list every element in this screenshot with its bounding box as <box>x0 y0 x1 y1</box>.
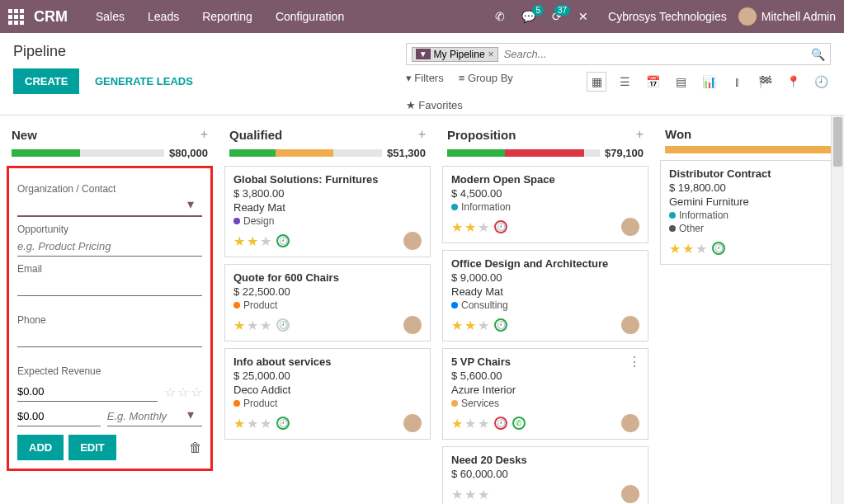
priority-stars[interactable]: ★★★🕘 <box>451 219 507 235</box>
activities-icon[interactable]: ⟳37 <box>552 10 562 23</box>
activity-icon[interactable]: 🕘 <box>494 220 507 233</box>
search-icon[interactable]: 🔍 <box>811 48 825 61</box>
kanban-card[interactable]: Need 20 Desks$ 60,000.00★★★ <box>442 446 648 504</box>
generate-leads-button[interactable]: GENERATE LEADS <box>83 68 205 94</box>
card-menu-icon[interactable]: ⋮ <box>628 354 641 370</box>
dropdown-icon[interactable]: ▾ <box>187 196 194 212</box>
priority-stars[interactable]: ★★★🕘 <box>233 318 290 333</box>
activity-icon[interactable]: 🕘 <box>494 417 507 430</box>
activity-icon[interactable]: 🕘 <box>276 234 290 247</box>
email-input[interactable] <box>17 276 202 296</box>
edit-button[interactable]: EDIT <box>68 435 116 460</box>
card-amount: $ 25,000.00 <box>233 370 422 382</box>
quick-create-form: Organization / Contact ▾ Opportunity Ema… <box>7 166 213 471</box>
star-icon: ★ <box>233 318 245 333</box>
tag-dot-icon <box>233 218 240 224</box>
kanban-card[interactable]: Quote for 600 Chairs$ 22,500.00Product★★… <box>224 264 431 341</box>
company-selector[interactable]: Cybrosys Technologies <box>608 10 727 23</box>
kanban-card[interactable]: Global Solutions: Furnitures$ 3,800.00Re… <box>224 166 431 257</box>
activity-icon[interactable]: 🕘 <box>276 318 290 332</box>
priority-stars[interactable]: ★★★🕘 <box>233 416 290 431</box>
column-add-icon[interactable]: + <box>636 127 644 142</box>
favorites-dropdown[interactable]: ★ Favorites <box>406 99 585 111</box>
avatar-icon <box>621 316 639 334</box>
priority-stars[interactable]: ★★★🕘 <box>669 241 725 257</box>
org-input[interactable] <box>17 196 202 217</box>
priority-stars[interactable]: ★★★ <box>451 487 489 502</box>
column-add-icon[interactable]: + <box>200 127 208 142</box>
column-title[interactable]: Proposition <box>447 128 516 142</box>
messages-icon[interactable]: 💬5 <box>521 10 535 23</box>
star-icon: ★ <box>464 219 476 235</box>
search-box[interactable]: ▼My Pipeline× 🔍 <box>406 43 831 65</box>
view-switcher: ▦ ☰ 📅 ▤ 📊 ⫿ 🏁 📍 🕘 <box>587 72 831 92</box>
trash-icon[interactable]: 🗑 <box>189 440 202 455</box>
user-menu[interactable]: Mitchell Admin <box>738 7 836 26</box>
search-input[interactable] <box>502 45 811 63</box>
kanban-card[interactable]: ⋮5 VP Chairs$ 5,600.00Azure InteriorServ… <box>442 348 648 440</box>
groupby-dropdown[interactable]: ≡ Group By <box>459 72 513 84</box>
scrollbar[interactable]: ▲▼ <box>831 115 844 504</box>
kanban-view-icon[interactable]: ▦ <box>587 72 606 92</box>
activity-icon[interactable]: 🕘 <box>712 242 725 255</box>
chip-remove-icon[interactable]: × <box>488 49 494 60</box>
priority-stars[interactable]: ☆☆☆ <box>164 384 202 400</box>
progress-bar <box>665 146 831 153</box>
priority-stars[interactable]: ★★★🕘 <box>451 318 507 333</box>
card-subtitle: Deco Addict <box>233 384 422 396</box>
list-view-icon[interactable]: ☰ <box>615 72 634 92</box>
calendar-view-icon[interactable]: 📅 <box>643 72 662 92</box>
pivot-view-icon[interactable]: ▤ <box>671 72 691 92</box>
card-subtitle: Ready Mat <box>451 285 639 298</box>
nav-leads[interactable]: Leads <box>148 10 179 23</box>
activity-view-icon[interactable]: 🕘 <box>811 72 831 92</box>
tag-dot-icon <box>451 302 458 309</box>
brand[interactable]: CRM <box>34 8 68 26</box>
kanban-card[interactable]: Modern Open Space$ 4,500.00Information★★… <box>442 166 648 243</box>
tools-icon[interactable]: ✕ <box>578 10 588 23</box>
nav-reporting[interactable]: Reporting <box>202 10 252 23</box>
kanban-card[interactable]: Distributor Contract$ 19,800.00Gemini Fu… <box>660 160 831 265</box>
phone-label: Phone <box>17 314 202 326</box>
activity-icon[interactable]: 🕘 <box>276 417 290 430</box>
cohort-view-icon[interactable]: ⫿ <box>727 72 747 92</box>
card-subtitle: Azure Interior <box>451 384 639 396</box>
priority-stars[interactable]: ★★★🕘✆ <box>451 416 526 431</box>
search-filter-chip[interactable]: ▼My Pipeline× <box>412 47 498 62</box>
revenue2-input[interactable] <box>17 407 101 426</box>
card-title: Info about services <box>233 356 422 368</box>
map-view-icon[interactable]: 📍 <box>783 72 803 92</box>
activity-icon[interactable]: 🕘 <box>494 318 507 332</box>
create-button[interactable]: CREATE <box>13 68 79 94</box>
star-icon: ★ <box>669 241 681 257</box>
card-subtitle: Ready Mat <box>233 201 422 214</box>
add-button[interactable]: ADD <box>17 435 64 460</box>
column-title[interactable]: Qualified <box>229 128 282 142</box>
kanban-card[interactable]: Office Design and Architecture$ 9,000.00… <box>442 250 648 341</box>
avatar-icon <box>403 414 422 432</box>
phone-icon[interactable]: ✆ <box>495 10 505 23</box>
card-tag: Information <box>451 201 639 213</box>
star-icon: ★ <box>247 318 258 333</box>
dropdown-icon[interactable]: ▾ <box>187 407 194 422</box>
apps-icon[interactable] <box>8 9 24 25</box>
nav-sales[interactable]: Sales <box>96 10 125 23</box>
phone-plus-icon[interactable]: ✆ <box>512 417 526 430</box>
phone-input[interactable] <box>17 327 202 347</box>
kanban-card[interactable]: Info about services$ 25,000.00Deco Addic… <box>224 348 431 440</box>
star-icon: ★ <box>464 487 476 502</box>
column-title[interactable]: Won <box>665 127 691 141</box>
dashboard-view-icon[interactable]: 🏁 <box>755 72 775 92</box>
column-title[interactable]: New <box>12 128 37 142</box>
card-title: Need 20 Desks <box>451 454 639 466</box>
graph-view-icon[interactable]: 📊 <box>699 72 719 92</box>
page-title: Pipeline <box>13 43 406 60</box>
priority-stars[interactable]: ★★★🕘 <box>233 233 290 249</box>
opportunity-input[interactable] <box>17 237 202 257</box>
column-add-icon[interactable]: + <box>418 127 426 142</box>
kanban-column: Proposition+ $79,100 Modern Open Space$ … <box>442 124 648 504</box>
filters-dropdown[interactable]: ▾ Filters <box>406 72 444 84</box>
avatar-icon <box>403 316 422 334</box>
revenue-input[interactable] <box>17 382 158 402</box>
nav-configuration[interactable]: Configuration <box>276 10 344 23</box>
